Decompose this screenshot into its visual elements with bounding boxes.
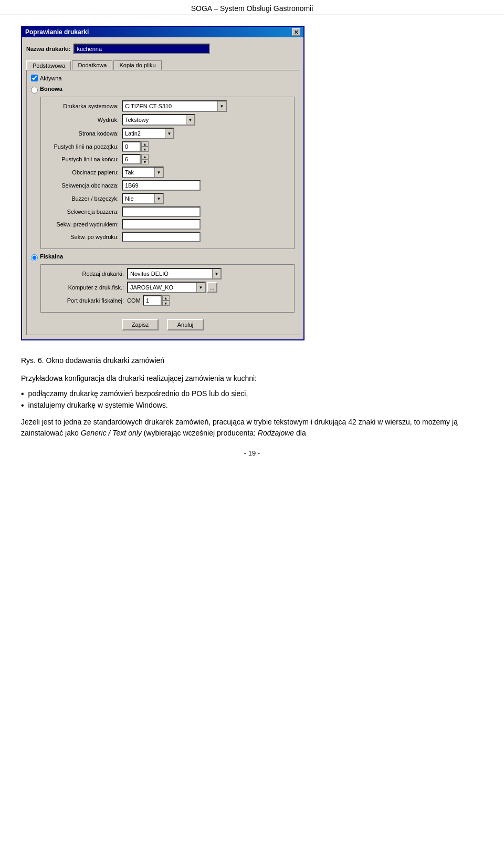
sekw-po-wydruku-label: Sekw. po wydruku: xyxy=(45,234,119,240)
aktywna-label: Aktywna xyxy=(40,75,62,81)
obcinacz-papieru-value: Tak xyxy=(123,169,154,176)
sekw-po-wydruku-row: Sekw. po wydruku: xyxy=(45,232,290,242)
pustych-linii-koncu-spinner: ▲ ▼ xyxy=(122,154,149,164)
dialog-title: Poprawianie drukarki xyxy=(25,28,89,36)
zapisz-button[interactable]: Zapisz xyxy=(122,319,159,330)
komputer-value: JAROSŁAW_KO xyxy=(128,284,196,291)
tab-panel-podstawowa: Aktywna Bonowa Drukarka systemowa: xyxy=(26,70,299,335)
drukarka-systemowa-value: CITIZEN CT-S310 xyxy=(123,102,217,110)
obcinacz-papieru-label: Obcinacz papieru: xyxy=(45,169,119,175)
pustych-linii-koncu-row: Pustych linii na końcu: ▲ ▼ xyxy=(45,154,290,164)
drukarka-systemowa-select[interactable]: CITIZEN CT-S310 ▼ xyxy=(122,100,227,112)
strona-kodowa-arrow[interactable]: ▼ xyxy=(165,129,173,138)
port-up[interactable]: ▲ xyxy=(162,295,170,301)
komputer-select[interactable]: JAROSŁAW_KO ▼ xyxy=(127,282,206,293)
port-row: Port drukarki fiskalnej: COM ▲ ▼ xyxy=(45,295,290,306)
sekwencja-obcinacza-label: Sekwencja obcinacza: xyxy=(45,182,119,189)
rodzaj-drukarki-value: Novitus DELIO xyxy=(128,270,212,277)
pustych-linii-poczatku-down[interactable]: ▼ xyxy=(141,147,149,152)
sekwencja-buzzera-label: Sekwencja buzzera: xyxy=(45,209,119,215)
dialog-close-button[interactable]: ✕ xyxy=(292,28,300,36)
pustych-linii-koncu-up[interactable]: ▲ xyxy=(141,154,149,159)
paragraph2-italic1: Generic / Text only xyxy=(81,429,142,437)
aktywna-row: Aktywna xyxy=(31,75,295,81)
pustych-linii-koncu-spinner-btns: ▲ ▼ xyxy=(141,154,149,164)
rodzaj-drukarki-row: Rodzaj drukarki: Novitus DELIO ▼ xyxy=(45,268,290,279)
paragraph2-text2: (wybierając wcześniej producenta: xyxy=(142,429,258,437)
buzzer-label: Buzzer / brzęczyk: xyxy=(45,195,119,202)
rodzaj-drukarki-select[interactable]: Novitus DELIO ▼ xyxy=(127,268,222,279)
sekw-przed-wydrukiem-label: Sekw. przed wydrukiem: xyxy=(45,221,119,227)
wydruk-arrow[interactable]: ▼ xyxy=(186,115,194,125)
sekw-po-wydruku-input[interactable] xyxy=(122,232,201,242)
paragraph1: Przykładowa konfiguracja dla drukarki re… xyxy=(21,373,483,384)
obcinacz-papieru-arrow[interactable]: ▼ xyxy=(154,168,163,177)
sekw-przed-wydrukiem-row: Sekw. przed wydrukiem: xyxy=(45,219,290,230)
pustych-linii-koncu-down[interactable]: ▼ xyxy=(141,159,149,164)
komputer-label: Komputer z druk.fisk.: xyxy=(45,284,124,291)
pustych-linii-poczatku-label: Pustych linii na początku: xyxy=(45,143,119,150)
strona-kodowa-select[interactable]: Latin2 ▼ xyxy=(122,128,174,139)
bonowa-radio-row: Bonowa xyxy=(31,86,295,94)
wydruk-select[interactable]: Tekstowy ▼ xyxy=(122,114,195,126)
bullet-list: podłączamy drukarkę zamówień bezpośredni… xyxy=(21,389,483,410)
pustych-linii-poczatku-up[interactable]: ▲ xyxy=(141,141,149,147)
fig-desc: Okno dodawania drukarki zamówień xyxy=(46,356,164,365)
sekwencja-obcinacza-input[interactable] xyxy=(122,180,201,191)
buzzer-select[interactable]: Nie ▼ xyxy=(122,193,164,204)
tab-kopia-do-pliku[interactable]: Kopia do pliku xyxy=(113,60,161,70)
buzzer-value: Nie xyxy=(123,195,154,202)
drukarka-systemowa-label: Drukarka systemowa: xyxy=(45,103,119,109)
aktywna-checkbox[interactable] xyxy=(31,75,38,81)
komputer-row: Komputer z druk.fisk.: JAROSŁAW_KO ▼ ... xyxy=(45,282,290,293)
komputer-ellipsis-button[interactable]: ... xyxy=(207,282,217,293)
anuluj-button[interactable]: Anuluj xyxy=(167,319,204,330)
pustych-linii-poczatku-spinner: ▲ ▼ xyxy=(122,141,149,152)
port-label: Port drukarki fiskalnej: xyxy=(45,297,124,304)
paragraph2-italic2: Rodzajowe xyxy=(258,429,294,437)
fiskalna-radio[interactable] xyxy=(31,254,38,261)
tabs-row: Podstawowa Dodatkowa Kopia do pliku xyxy=(26,60,299,70)
port-spinner: ▲ ▼ xyxy=(143,295,170,306)
obcinacz-papieru-row: Obcinacz papieru: Tak ▼ xyxy=(45,167,290,178)
pustych-linii-koncu-input[interactable] xyxy=(122,154,141,164)
fiskalna-label: Fiskalna xyxy=(40,253,63,260)
strona-kodowa-value: Latin2 xyxy=(123,130,165,137)
printer-name-label: Nazwa drukarki: xyxy=(26,46,70,52)
list-item: podłączamy drukarkę zamówień bezpośredni… xyxy=(21,389,483,399)
sekwencja-buzzera-row: Sekwencja buzzera: xyxy=(45,206,290,217)
com-text: COM xyxy=(127,297,141,304)
strona-kodowa-label: Strona kodowa: xyxy=(45,130,119,137)
rodzaj-drukarki-label: Rodzaj drukarki: xyxy=(45,271,124,277)
tab-dodatkowa[interactable]: Dodatkowa xyxy=(72,60,112,70)
fig-label: Rys. 6. xyxy=(21,356,44,365)
printer-name-row: Nazwa drukarki: kuchenna xyxy=(26,42,299,56)
drukarka-systemowa-row: Drukarka systemowa: CITIZEN CT-S310 ▼ xyxy=(45,100,290,112)
bonowa-section: Drukarka systemowa: CITIZEN CT-S310 ▼ Wy… xyxy=(40,97,295,249)
paragraph2-text3: dla xyxy=(294,429,306,437)
dialog-buttons: Zapisz Anuluj xyxy=(31,319,295,330)
tab-podstawowa[interactable]: Podstawowa xyxy=(26,60,71,70)
drukarka-systemowa-arrow[interactable]: ▼ xyxy=(217,101,226,111)
pustych-linii-poczatku-input[interactable] xyxy=(122,141,141,152)
wydruk-row: Wydruk: Tekstowy ▼ xyxy=(45,114,290,126)
buzzer-row: Buzzer / brzęczyk: Nie ▼ xyxy=(45,193,290,204)
komputer-arrow[interactable]: ▼ xyxy=(196,283,205,292)
pustych-linii-koncu-label: Pustych linii na końcu: xyxy=(45,156,119,162)
printer-name-input[interactable]: kuchenna xyxy=(74,44,210,54)
port-down[interactable]: ▼ xyxy=(162,301,170,306)
pustych-linii-poczatku-spinner-btns: ▲ ▼ xyxy=(141,141,149,152)
bonowa-radio[interactable] xyxy=(31,87,38,94)
strona-kodowa-row: Strona kodowa: Latin2 ▼ xyxy=(45,128,290,139)
buzzer-arrow[interactable]: ▼ xyxy=(154,194,163,203)
fiskalna-section: Rodzaj drukarki: Novitus DELIO ▼ Kompute… xyxy=(40,264,295,313)
dialog-titlebar: Poprawianie drukarki ✕ xyxy=(22,27,303,37)
obcinacz-papieru-select[interactable]: Tak ▼ xyxy=(122,167,164,178)
sekw-przed-wydrukiem-input[interactable] xyxy=(122,219,201,230)
port-number-input[interactable] xyxy=(143,295,162,306)
rodzaj-drukarki-arrow[interactable]: ▼ xyxy=(212,269,220,278)
wydruk-value: Tekstowy xyxy=(123,116,186,123)
sekwencja-buzzera-input[interactable] xyxy=(122,206,201,217)
dialog-wrapper: Poprawianie drukarki ✕ Nazwa drukarki: k… xyxy=(21,26,483,340)
page-header: SOGA – System Obsługi Gastronomii xyxy=(0,0,504,15)
